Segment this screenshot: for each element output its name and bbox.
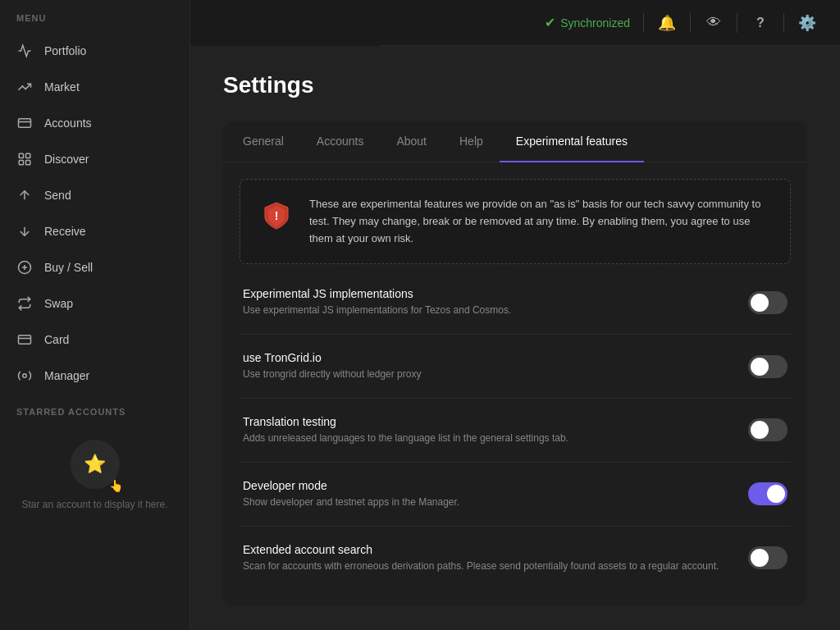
sidebar-item-discover[interactable]: Discover [0,141,189,177]
feature-info-experimental-js: Experimental JS implementations Use expe… [243,287,748,317]
shield-icon: ! [257,196,296,235]
toggle-developer[interactable] [748,482,788,505]
toggle-slider-extended-search [748,546,788,569]
toggle-slider-trongrid [748,355,788,378]
help-button[interactable]: ? [744,7,777,39]
swap-icon [16,295,33,312]
svg-rect-2 [19,153,23,158]
sync-check-icon: ✔ [545,15,555,30]
sync-label: Synchronized [560,16,630,30]
toggle-extended-search[interactable] [748,546,788,569]
sidebar-item-label: Market [44,80,80,94]
feature-info-trongrid: use TronGrid.io Use trongrid directly wi… [243,351,748,381]
toggle-experimental-js[interactable] [748,291,788,314]
tab-content-experimental: ! These are experimental features we pro… [223,162,807,605]
buysell-icon [16,259,33,276]
feature-row-extended-search: Extended account search Scan for account… [240,527,791,590]
eye-button[interactable]: 👁 [697,7,730,39]
svg-rect-4 [19,161,23,165]
sidebar-item-swap[interactable]: Swap [0,285,189,322]
manager-icon [16,368,33,384]
header-divider-3 [737,13,737,33]
starred-accounts-label: STARRED ACCOUNTS [0,394,189,423]
tab-accounts[interactable]: Accounts [300,121,381,162]
feature-row-trongrid: use TronGrid.io Use trongrid directly wi… [240,335,791,399]
receive-icon [16,223,33,240]
sidebar-item-label: Buy / Sell [44,261,93,274]
settings-tabs: General Accounts About Help Experimental… [223,121,807,162]
sidebar-item-card[interactable]: Card [0,322,189,358]
feature-desc-trongrid: Use trongrid directly without ledger pro… [243,368,732,381]
header-divider-1 [643,13,644,33]
portfolio-icon [16,43,33,59]
feature-desc-translation: Adds unreleased languages to the languag… [243,431,732,445]
sidebar-item-buysell[interactable]: Buy / Sell [0,249,189,285]
toggle-slider-developer [748,482,788,505]
eye-icon: 👁 [706,14,721,31]
toggle-slider-translation [748,418,788,441]
star-icon: ⭐ [84,454,106,475]
sidebar-item-label: Portfolio [44,44,86,57]
sidebar-item-market[interactable]: Market [0,69,189,105]
sidebar-item-receive[interactable]: Receive [0,213,189,249]
market-icon [16,79,33,95]
sidebar-item-label: Discover [44,153,89,166]
tab-help[interactable]: Help [443,121,500,162]
send-icon [16,187,33,203]
toggle-translation[interactable] [748,418,788,441]
sidebar-item-send[interactable]: Send [0,177,189,213]
sync-status: ✔ Synchronized [545,15,630,30]
sidebar-item-accounts[interactable]: Accounts [0,105,189,141]
warning-banner: ! These are experimental features we pro… [240,179,791,264]
feature-name-extended-search: Extended account search [243,543,732,556]
starred-accounts-empty: ⭐ 👆 Star an account to display it here. [0,423,189,527]
menu-label: MENU [0,13,189,33]
header: ✔ Synchronized 🔔 👁 ? ⚙️ [381,0,840,46]
header-divider-2 [690,13,691,33]
feature-info-developer: Developer mode Show developer and testne… [243,479,748,509]
sidebar-item-label: Card [44,333,69,346]
settings-panel: General Accounts About Help Experimental… [223,121,807,605]
feature-name-developer: Developer mode [243,479,732,492]
main-content: Settings General Accounts About Help Exp… [190,46,840,630]
gear-icon: ⚙️ [798,14,816,32]
svg-rect-5 [26,161,30,165]
feature-info-translation: Translation testing Adds unreleased lang… [243,415,748,445]
warning-text: These are experimental features we provi… [309,196,774,247]
page-title: Settings [223,72,807,98]
sidebar-item-label: Receive [44,225,86,238]
accounts-icon [16,115,33,131]
discover-icon [16,151,33,167]
help-icon: ? [756,16,765,30]
feature-desc-extended-search: Scan for accounts with erroneous derivat… [243,559,732,573]
svg-text:!: ! [275,209,279,222]
sidebar-item-label: Manager [44,369,89,382]
header-divider-4 [783,13,784,33]
feature-name-experimental-js: Experimental JS implementations [243,287,732,300]
feature-info-extended-search: Extended account search Scan for account… [243,543,748,573]
feature-row-experimental-js: Experimental JS implementations Use expe… [240,271,791,335]
feature-desc-experimental-js: Use experimental JS implementations for … [243,304,732,317]
toggle-trongrid[interactable] [748,355,788,378]
tab-general[interactable]: General [226,121,300,162]
starred-empty-text: Star an account to display it here. [21,499,167,510]
sidebar-item-portfolio[interactable]: Portfolio [0,33,189,69]
svg-point-13 [23,374,27,378]
feature-name-translation: Translation testing [243,415,732,428]
sidebar-item-label: Accounts [44,116,92,130]
svg-rect-11 [19,336,31,345]
star-icon-container: ⭐ 👆 [71,440,120,489]
svg-rect-3 [26,153,30,158]
tab-about[interactable]: About [380,121,443,162]
sidebar-item-label: Send [44,189,71,202]
svg-rect-0 [19,119,31,128]
feature-row-developer: Developer mode Show developer and testne… [240,463,791,527]
card-icon [16,331,33,348]
toggle-slider-experimental-js [748,291,788,314]
notifications-button[interactable]: 🔔 [651,7,683,39]
sidebar-item-label: Swap [44,297,73,310]
tab-experimental[interactable]: Experimental features [500,121,644,162]
feature-list: Experimental JS implementations Use expe… [240,271,791,589]
settings-button[interactable]: ⚙️ [791,7,824,39]
sidebar-item-manager[interactable]: Manager [0,358,189,394]
